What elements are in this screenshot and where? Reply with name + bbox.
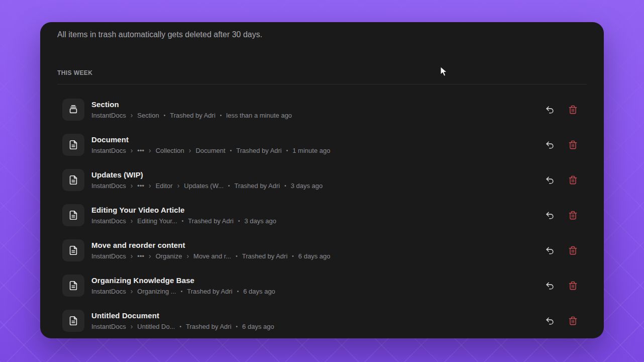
- bullet-separator: •: [237, 289, 239, 294]
- bullet-separator: •: [164, 113, 166, 118]
- restore-button[interactable]: [543, 208, 557, 222]
- delete-forever-button[interactable]: [566, 243, 580, 257]
- trashed-by-label: Trashed by Adri: [187, 288, 233, 295]
- trash-list: Section InstantDocs › Section • Trashed …: [57, 92, 587, 338]
- item-meta: InstantDocs › ••• › Organize › Move and …: [91, 252, 330, 260]
- trash-icon: [568, 246, 578, 255]
- undo-icon: [545, 211, 555, 220]
- item-icon-tile: [62, 204, 84, 226]
- delete-forever-button[interactable]: [566, 208, 580, 222]
- delete-forever-button[interactable]: [566, 103, 580, 117]
- breadcrumb-segment: Untitled Do...: [137, 323, 175, 330]
- breadcrumb-ellipsis: •••: [137, 252, 144, 260]
- item-meta: InstantDocs › ••• › Editor › Updates (W.…: [91, 182, 323, 190]
- document-icon: [68, 139, 79, 150]
- breadcrumb-segment: Editing Your...: [137, 217, 177, 225]
- trashed-time-label: 6 days ago: [298, 252, 331, 260]
- delete-forever-button[interactable]: [566, 138, 580, 152]
- trash-icon: [568, 281, 578, 291]
- chevron-separator: ›: [131, 252, 133, 260]
- chevron-separator: ›: [189, 146, 191, 154]
- item-title: Untitled Document: [91, 311, 274, 320]
- document-icon: [68, 174, 79, 186]
- breadcrumb-segment: InstantDocs: [91, 147, 126, 154]
- item-meta: InstantDocs › Untitled Do... • Trashed b…: [91, 322, 274, 330]
- breadcrumb-segment: Organizing ...: [137, 288, 176, 295]
- trash-item-row[interactable]: Document InstantDocs › ••• › Collection …: [57, 127, 587, 162]
- item-meta: InstantDocs › ••• › Collection › Documen…: [91, 146, 330, 154]
- trash-item-row[interactable]: Editing Your Video Article InstantDocs ›…: [57, 198, 587, 233]
- item-meta: InstantDocs › Organizing ... • Trashed b…: [91, 287, 275, 295]
- bullet-separator: •: [238, 218, 240, 224]
- restore-button[interactable]: [543, 103, 557, 117]
- undo-icon: [545, 105, 555, 115]
- breadcrumb-segment: Document: [195, 147, 225, 154]
- item-icon-tile: [62, 134, 84, 156]
- chevron-separator: ›: [186, 252, 189, 260]
- document-icon: [68, 210, 79, 221]
- restore-button[interactable]: [543, 279, 557, 293]
- delete-forever-button[interactable]: [566, 279, 580, 293]
- item-icon-tile: [62, 310, 84, 332]
- undo-icon: [545, 175, 555, 185]
- bullet-separator: •: [182, 218, 184, 224]
- bullet-separator: •: [181, 289, 183, 294]
- item-info: Organizing Knowledge Base InstantDocs › …: [91, 276, 275, 295]
- chevron-separator: ›: [149, 182, 151, 190]
- restore-button[interactable]: [543, 314, 557, 328]
- undo-icon: [545, 281, 555, 291]
- undo-icon: [545, 246, 555, 255]
- trashed-time-label: 1 minute ago: [292, 147, 330, 154]
- trash-item-row[interactable]: Untitled Document InstantDocs › Untitled…: [57, 303, 587, 338]
- trash-item-row[interactable]: Section InstantDocs › Section • Trashed …: [57, 92, 587, 127]
- item-actions: [543, 103, 580, 117]
- document-icon: [68, 245, 79, 256]
- restore-button[interactable]: [543, 243, 557, 257]
- item-actions: [543, 208, 580, 222]
- bullet-separator: •: [220, 113, 222, 118]
- desktop-background: All items in trash automatically gets de…: [0, 0, 644, 362]
- breadcrumb-segment: Organize: [156, 252, 182, 260]
- document-icon: [68, 280, 79, 291]
- chevron-separator: ›: [131, 217, 133, 225]
- trashed-time-label: 3 days ago: [244, 217, 276, 225]
- chevron-separator: ›: [131, 182, 133, 190]
- breadcrumb-segment: Updates (W...: [184, 182, 224, 190]
- trash-icon: [568, 316, 578, 326]
- breadcrumb-segment: Section: [137, 112, 159, 119]
- delete-forever-button[interactable]: [566, 173, 580, 187]
- breadcrumb-segment: InstantDocs: [91, 182, 126, 190]
- breadcrumb-segment: Move and r...: [193, 252, 231, 260]
- trash-item-row[interactable]: Updates (WIP) InstantDocs › ••• › Editor…: [57, 162, 587, 198]
- section-divider: [57, 84, 587, 84]
- trashed-time-label: 6 days ago: [242, 323, 274, 330]
- trash-retention-note: All items in trash automatically gets de…: [57, 29, 587, 40]
- breadcrumb-segment: InstantDocs: [91, 323, 126, 330]
- item-actions: [543, 314, 580, 328]
- trash-item-row[interactable]: Organizing Knowledge Base InstantDocs › …: [57, 268, 587, 303]
- trashed-by-label: Trashed by Adri: [236, 147, 282, 154]
- trashed-time-label: 6 days ago: [243, 288, 275, 295]
- breadcrumb-ellipsis: •••: [137, 147, 144, 154]
- bullet-separator: •: [236, 253, 238, 259]
- undo-icon: [545, 140, 555, 150]
- item-title: Move and reorder content: [91, 241, 330, 249]
- bullet-separator: •: [284, 183, 286, 189]
- section-label-this-week: THIS WEEK: [57, 69, 587, 76]
- restore-button[interactable]: [543, 138, 557, 152]
- item-info: Section InstantDocs › Section • Trashed …: [91, 100, 292, 119]
- trash-item-row[interactable]: Move and reorder content InstantDocs › •…: [57, 233, 587, 268]
- chevron-separator: ›: [131, 111, 133, 119]
- breadcrumb-segment: Collection: [156, 147, 184, 154]
- trashed-by-label: Trashed by Adri: [186, 323, 232, 330]
- item-meta: InstantDocs › Editing Your... • Trashed …: [91, 217, 276, 225]
- delete-forever-button[interactable]: [566, 314, 580, 328]
- trash-icon: [568, 175, 578, 185]
- bullet-separator: •: [286, 148, 288, 153]
- item-actions: [543, 173, 580, 187]
- breadcrumb-segment: InstantDocs: [91, 252, 126, 260]
- bullet-separator: •: [230, 148, 232, 153]
- chevron-separator: ›: [177, 182, 180, 190]
- restore-button[interactable]: [543, 173, 557, 187]
- chevron-separator: ›: [131, 322, 133, 330]
